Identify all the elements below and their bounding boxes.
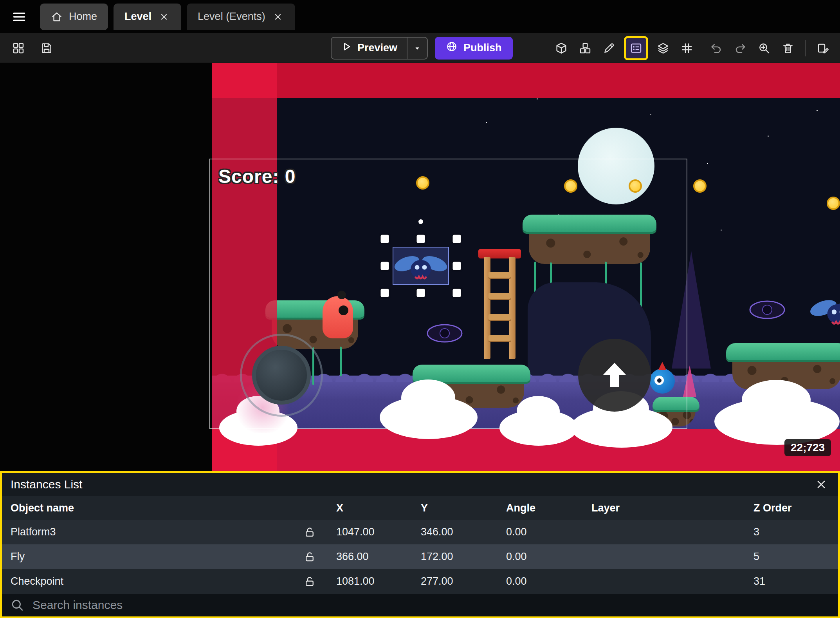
selection-handle[interactable] [453,235,461,243]
instance-x: 1047.00 [328,526,412,538]
play-icon [341,41,352,55]
cursor-coordinates-badge: 22;723 [784,439,831,456]
fly-sprite-offscreen[interactable] [809,293,840,334]
instance-y: 346.00 [412,526,498,538]
search-icon [11,598,24,612]
instances-list-icon[interactable] [627,39,645,57]
hamburger-menu-icon[interactable] [9,7,29,27]
globe-icon [446,41,458,55]
selection-handle[interactable] [381,235,389,243]
instances-table-header: Object name X Y Angle Layer Z Order [2,496,838,520]
close-tab-icon[interactable] [158,11,170,23]
eye-decoration [748,300,786,320]
undo-icon[interactable] [707,39,725,57]
lock-open-icon[interactable] [292,551,328,563]
red-band-top [212,63,840,98]
editor-toolbar: Preview Publish [0,33,840,63]
toolbar-divider [805,40,806,56]
score-text[interactable]: Score: 0 [218,166,296,187]
instance-x: 1081.00 [328,575,412,587]
instances-list-panel: Instances List Object name X Y Angle Lay… [0,471,840,618]
tab-level[interactable]: Level [114,4,181,30]
instance-name: Fly [2,551,292,563]
instance-row-platform3[interactable]: Platform3 1047.00 346.00 0.00 3 [2,520,838,544]
selection-handle[interactable] [417,289,425,297]
selection-handle[interactable] [453,262,461,270]
layers-icon[interactable] [654,39,672,57]
tab-bar: Home Level Level (Events) [0,0,840,33]
instance-row-fly[interactable]: Fly 366.00 172.00 0.00 5 [2,544,838,569]
selection-handle[interactable] [417,235,425,243]
column-angle: Angle [498,502,583,514]
instance-row-checkpoint[interactable]: Checkpoint 1081.00 277.00 0.00 31 [2,569,838,594]
tutorial-highlight-box [624,36,648,60]
instance-name: Platform3 [2,526,292,538]
lock-open-icon[interactable] [292,576,328,587]
edit-pencil-icon[interactable] [600,39,618,57]
coin-sprite[interactable] [693,179,707,193]
instance-angle: 0.00 [498,526,583,538]
zoom-in-icon[interactable] [755,39,773,57]
instance-y: 172.00 [412,551,498,563]
instance-z-order: 5 [745,551,838,563]
tab-level-label: Level [124,11,151,23]
panels-icon[interactable] [9,39,27,57]
gdevelop-editor-window: Home Level Level (Events) [0,0,840,618]
fly-sprite[interactable] [393,250,449,289]
tab-level-events-label: Level (Events) [198,11,265,23]
instance-z-order: 3 [745,526,838,538]
publish-button[interactable]: Publish [435,37,513,60]
tab-home-label: Home [69,11,97,23]
close-panel-icon[interactable] [815,479,827,490]
preview-label: Preview [357,42,397,54]
redo-icon[interactable] [731,39,749,57]
instance-name: Checkpoint [2,575,292,587]
instance-y: 277.00 [412,575,498,587]
edit-properties-icon[interactable] [814,39,832,57]
home-icon [51,11,63,23]
rotation-handle[interactable] [418,219,423,224]
tab-home[interactable]: Home [40,4,108,30]
column-z-order: Z Order [745,502,838,514]
column-y: Y [412,502,498,514]
search-bar [2,594,838,616]
preview-dropdown-caret-icon[interactable] [407,38,427,59]
coin-sprite[interactable] [827,197,840,210]
preview-button[interactable]: Preview [331,37,428,60]
instance-angle: 0.00 [498,575,583,587]
lock-open-icon[interactable] [292,526,328,538]
trash-icon[interactable] [779,39,797,57]
selection-handle[interactable] [453,289,461,297]
save-icon[interactable] [38,39,56,57]
instance-x: 366.00 [328,551,412,563]
column-layer: Layer [583,502,745,514]
column-x: X [328,502,412,514]
object-groups-icon[interactable] [576,39,594,57]
scene-editor-canvas[interactable]: Score: 0 22;723 [0,63,840,471]
objects-3d-box-icon[interactable] [552,39,570,57]
tab-level-events[interactable]: Level (Events) [187,4,295,30]
selection-handle[interactable] [381,289,389,297]
fly-selection[interactable] [381,235,461,297]
column-object-name: Object name [2,502,292,514]
instance-angle: 0.00 [498,551,583,563]
close-tab-icon[interactable] [272,11,284,23]
publish-label: Publish [463,42,502,54]
panel-title: Instances List [11,478,82,491]
search-instances-input[interactable] [32,598,580,612]
instance-z-order: 31 [745,575,838,587]
selection-handle[interactable] [381,262,389,270]
cloud-decoration [714,398,840,445]
platform-grass [726,343,840,360]
grid-icon[interactable] [678,39,696,57]
